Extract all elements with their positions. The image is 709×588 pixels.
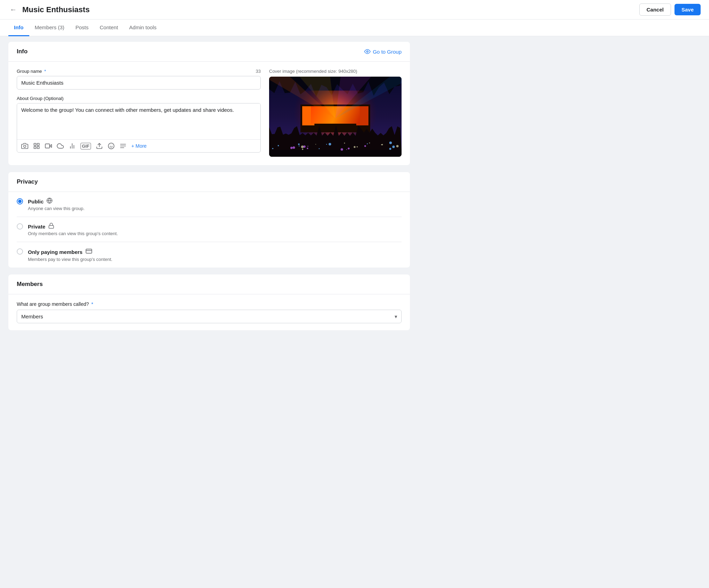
main-content: Info Go to Group Group name * [0,36,418,340]
section-divider-1 [8,169,410,172]
group-name-input[interactable] [17,76,261,90]
svg-point-0 [367,51,368,53]
info-card: Info Go to Group Group name * [8,42,410,165]
members-title: Members [17,281,43,288]
cover-image-box[interactable] [269,77,402,157]
textarea-toolbar: GIF [17,139,260,152]
back-button[interactable]: ← [8,4,18,15]
about-label: About Group (Optional) [17,96,63,101]
privacy-private-desc: Only members can view this group's conte… [28,231,402,236]
group-name-label-row: Group name * 33 [17,69,261,74]
about-textarea-wrapper: GIF [17,103,261,153]
tabs-bar: Info Members (3) Posts Content Admin too… [0,20,709,36]
members-select-wrapper: Members Fans Subscribers Participants Cu… [17,310,402,323]
eye-icon [364,48,371,55]
tab-content[interactable]: Content [94,20,124,36]
privacy-info-public: Public Anyone can view this group. [28,198,402,211]
radio-public-inner [18,200,22,203]
privacy-public-name-row: Public [28,198,402,205]
public-icon [46,198,53,205]
tab-admin-tools[interactable]: Admin tools [124,20,162,36]
video-icon[interactable] [45,142,52,149]
members-card: Members What are group members called? *… [8,274,410,330]
form-right: Cover image (recommended size: 940x280) [269,69,402,158]
info-card-title: Info [17,48,28,55]
privacy-info-private: Private Only members can view this group… [28,223,402,236]
privacy-option-paying[interactable]: Only paying members Members pay to view … [17,242,402,268]
album-icon[interactable] [33,142,40,149]
top-header: ← Music Enthusiasts Cancel Save [0,0,709,20]
svg-rect-4 [37,147,39,149]
privacy-option-public[interactable]: Public Anyone can view this group. [17,192,402,217]
cover-image-label: Cover image (recommended size: 940x280) [269,69,402,74]
tab-info[interactable]: Info [8,20,29,36]
camera-icon[interactable] [21,142,28,149]
privacy-card: Privacy Public Anyone can view this grou… [8,172,410,268]
privacy-option-private[interactable]: Private Only members can view this group… [17,217,402,242]
about-group-field: About Group (Optional) [17,95,261,153]
privacy-options: Public Anyone can view this group. Priva… [8,192,410,268]
privacy-title: Privacy [17,178,38,185]
gif-icon[interactable]: GIF [81,143,91,149]
format-icon[interactable] [120,142,127,149]
group-name-field: Group name * 33 [17,69,261,90]
members-label: What are group members called? * [17,301,402,307]
group-name-required: * [44,69,46,74]
char-count: 33 [256,69,261,74]
tab-posts[interactable]: Posts [70,20,94,36]
svg-point-1 [24,145,26,148]
cloud-icon[interactable] [57,142,64,149]
svg-rect-2 [34,144,36,146]
svg-rect-21 [86,249,92,253]
form-left: Group name * 33 About Group (Optional) [17,69,261,158]
svg-marker-6 [49,145,52,147]
members-card-header: Members [8,274,410,294]
back-icon: ← [10,6,17,14]
privacy-paying-name-row: Only paying members [28,248,402,256]
svg-rect-5 [34,147,36,149]
emoji-icon[interactable] [108,142,115,149]
svg-point-12 [108,143,114,149]
privacy-paying-desc: Members pay to view this group's content… [28,257,402,262]
privacy-private-name-row: Private [28,223,402,230]
svg-rect-7 [45,144,50,148]
svg-rect-20 [49,225,54,228]
cover-image-canvas [269,77,402,157]
section-divider-2 [8,272,410,274]
members-select[interactable]: Members Fans Subscribers Participants Cu… [17,310,402,323]
page-title: Music Enthusiasts [22,5,90,14]
chart-icon[interactable] [69,142,76,149]
header-right: Cancel Save [639,3,701,16]
svg-rect-3 [37,144,39,146]
radio-private[interactable] [17,223,23,230]
privacy-info-paying: Only paying members Members pay to view … [28,248,402,262]
upload-icon[interactable] [96,142,103,149]
group-name-label: Group name * [17,69,46,74]
form-row: Group name * 33 About Group (Optional) [17,69,402,158]
members-body: What are group members called? * Members… [8,294,410,330]
go-to-group-link[interactable]: Go to Group [364,48,402,55]
radio-paying[interactable] [17,248,23,255]
privacy-card-header: Privacy [8,172,410,192]
paying-icon [85,248,92,256]
info-card-header: Info Go to Group [8,42,410,62]
tab-members[interactable]: Members (3) [29,20,70,36]
privacy-public-desc: Anyone can view this group. [28,206,402,211]
info-card-body: Group name * 33 About Group (Optional) [8,62,410,165]
header-left: ← Music Enthusiasts [8,4,90,15]
about-textarea[interactable] [17,103,260,138]
radio-public[interactable] [17,198,23,204]
lock-icon [48,223,54,230]
cancel-button[interactable]: Cancel [639,3,671,16]
more-button[interactable]: + More [131,143,147,149]
save-button[interactable]: Save [674,4,701,15]
